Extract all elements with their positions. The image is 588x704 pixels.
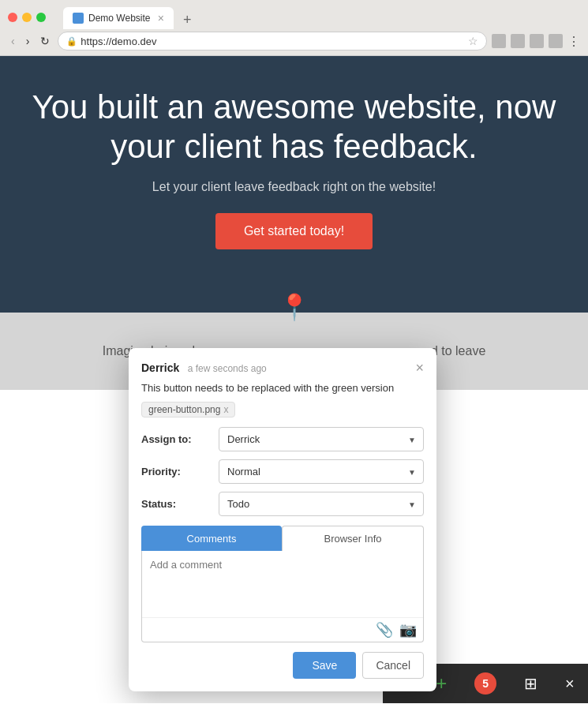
modal-tabs: Comments Browser Info — [141, 526, 424, 551]
browser-info-tab[interactable]: Browser Info — [282, 526, 424, 551]
extension-icon-2[interactable] — [511, 34, 525, 48]
assign-field-row: Assign to: Derrick John Sarah ▼ — [141, 427, 424, 451]
extension-icon-1[interactable] — [492, 34, 506, 48]
attachment-remove-button[interactable]: x — [223, 404, 228, 415]
comment-area-wrapper: 📎 📷 — [141, 551, 424, 642]
back-button[interactable]: ‹ — [8, 33, 18, 49]
browser-chrome: Demo Website × + ‹ › ↻ 🔒 https://demo.de… — [0, 0, 588, 56]
status-label: Status: — [141, 498, 212, 510]
modal-author: Derrick — [141, 361, 179, 374]
modal-time: a few seconds ago — [188, 363, 267, 374]
minimize-window-button[interactable] — [22, 13, 32, 22]
url-text: https://demo.dev — [81, 36, 465, 47]
url-bar[interactable]: 🔒 https://demo.dev ☆ — [58, 32, 487, 51]
feedback-modal: Derrick a few seconds ago × This button … — [129, 348, 436, 691]
status-select[interactable]: Todo In Progress Done — [219, 492, 424, 516]
hero-title: You built an awesome website, now your c… — [24, 88, 564, 167]
modal-author-area: Derrick a few seconds ago — [141, 361, 267, 375]
maximize-window-button[interactable] — [36, 13, 46, 22]
page-content: You built an awesome website, now your c… — [0, 56, 588, 703]
priority-field-row: Priority: Low Normal High Urgent ▼ — [141, 459, 424, 484]
title-bar: Demo Website × + — [0, 0, 588, 28]
cta-area: Get started today! — [24, 213, 564, 249]
new-tab-button[interactable]: + — [177, 12, 198, 28]
modal-message-text: This button needs to be replaced with th… — [141, 382, 394, 394]
cancel-button[interactable]: Cancel — [362, 652, 424, 679]
priority-label: Priority: — [141, 466, 212, 477]
forward-button[interactable]: › — [23, 33, 33, 49]
tab-favicon — [73, 13, 84, 24]
cta-button[interactable]: Get started today! — [215, 213, 373, 249]
browser-toolbar: ⋮ — [492, 34, 580, 49]
save-button[interactable]: Save — [293, 652, 356, 679]
modal-fields: Assign to: Derrick John Sarah ▼ Priority… — [129, 427, 436, 516]
bookmark-icon: ☆ — [468, 35, 478, 47]
lock-icon: 🔒 — [66, 36, 77, 47]
toolbar-close-button[interactable]: × — [565, 675, 575, 693]
camera-icon[interactable]: 📷 — [399, 621, 417, 638]
tab-bar: Demo Website × + — [55, 6, 206, 28]
hero-subtitle: Let your client leave feedback right on … — [24, 180, 564, 194]
assign-select-wrapper: Derrick John Sarah ▼ — [219, 427, 424, 451]
close-window-button[interactable] — [8, 13, 17, 22]
map-pin-icon: 📍 — [279, 292, 310, 322]
assign-select[interactable]: Derrick John Sarah — [219, 427, 424, 451]
extension-icon-3[interactable] — [530, 34, 544, 48]
grid-icon[interactable]: ⊞ — [524, 674, 537, 693]
comments-tab[interactable]: Comments — [141, 526, 282, 551]
tab-close-button[interactable]: × — [158, 12, 164, 24]
status-field-row: Status: Todo In Progress Done ▼ — [141, 492, 424, 516]
comment-textarea[interactable] — [142, 551, 423, 614]
modal-footer: Save Cancel — [129, 642, 436, 691]
tab-title: Demo Website — [88, 13, 150, 24]
modal-close-button[interactable]: × — [415, 361, 424, 375]
badge-count: 5 — [482, 677, 489, 690]
address-bar: ‹ › ↻ 🔒 https://demo.dev ☆ ⋮ — [0, 28, 588, 55]
assign-label: Assign to: — [141, 433, 212, 445]
attachment-name: green-button.png — [148, 404, 220, 415]
priority-select[interactable]: Low Normal High Urgent — [219, 459, 424, 484]
priority-select-wrapper: Low Normal High Urgent ▼ — [219, 459, 424, 484]
feedback-badge[interactable]: 5 — [474, 672, 496, 695]
add-icon[interactable]: + — [436, 672, 447, 695]
modal-message: This button needs to be replaced with th… — [129, 375, 436, 402]
refresh-button[interactable]: ↻ — [37, 33, 53, 49]
browser-tab[interactable]: Demo Website × — [63, 7, 174, 29]
hero-section: You built an awesome website, now your c… — [0, 56, 588, 313]
browser-menu-button[interactable]: ⋮ — [567, 34, 580, 49]
comment-toolbar: 📎 📷 — [142, 617, 423, 642]
modal-header: Derrick a few seconds ago × — [129, 348, 436, 375]
extension-icon-4[interactable] — [549, 34, 563, 48]
status-select-wrapper: Todo In Progress Done ▼ — [219, 492, 424, 516]
attachment-tag: green-button.png x — [141, 402, 235, 418]
window-controls — [8, 13, 46, 22]
attach-icon[interactable]: 📎 — [376, 621, 393, 638]
